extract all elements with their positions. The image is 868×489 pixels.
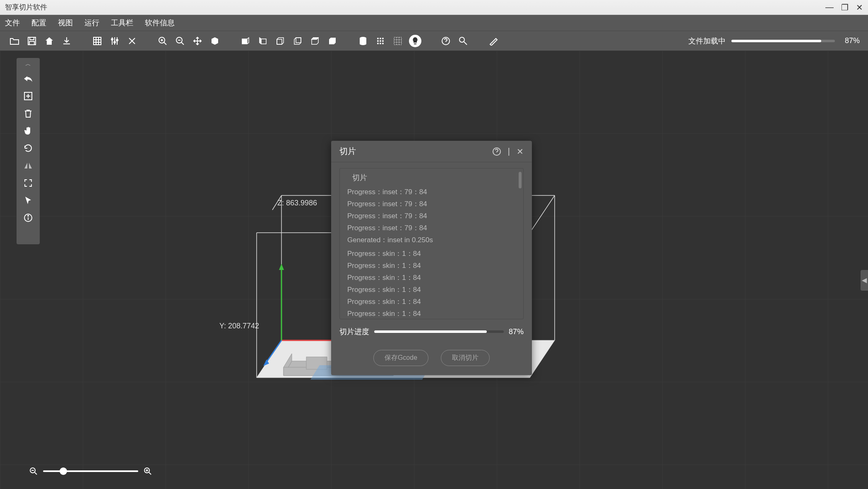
svg-line-79 bbox=[149, 472, 151, 475]
log-line: Generated：inset in 0.250s bbox=[347, 234, 516, 246]
loading-progress-bar bbox=[731, 40, 835, 42]
cylinder-icon[interactable] bbox=[357, 35, 369, 47]
undo-icon[interactable] bbox=[22, 72, 35, 85]
dialog-separator: | bbox=[508, 147, 510, 156]
svg-point-45 bbox=[459, 37, 464, 42]
z-axis-label: Z: 863.9986 bbox=[277, 199, 317, 207]
menu-toolbar[interactable]: 工具栏 bbox=[111, 18, 133, 28]
chevron-up-icon[interactable]: ︿ bbox=[25, 60, 31, 68]
menu-bar: 文件 配置 视图 运行 工具栏 软件信息 bbox=[0, 15, 868, 31]
log-line: Progress：skin：1：84 bbox=[347, 284, 516, 296]
menu-about[interactable]: 软件信息 bbox=[145, 18, 175, 28]
svg-line-76 bbox=[35, 472, 37, 475]
grid-icon[interactable] bbox=[91, 35, 103, 47]
svg-point-52 bbox=[28, 215, 29, 216]
log-line: Progress：skin：1：84 bbox=[347, 272, 516, 284]
svg-point-32 bbox=[382, 38, 384, 39]
zoom-in-icon[interactable] bbox=[156, 35, 169, 47]
save-icon[interactable] bbox=[26, 35, 38, 47]
slice-log[interactable]: 切片 Progress：inset：79：84 Progress：inset：7… bbox=[339, 168, 524, 319]
repair-icon[interactable] bbox=[22, 229, 35, 242]
log-line: Progress：inset：79：84 bbox=[347, 186, 516, 198]
light-icon[interactable] bbox=[409, 35, 421, 47]
cube-fill-icon[interactable] bbox=[209, 35, 221, 47]
svg-point-35 bbox=[382, 40, 384, 42]
refresh-icon[interactable] bbox=[22, 142, 35, 155]
home-icon[interactable] bbox=[43, 35, 55, 47]
add-icon[interactable] bbox=[22, 89, 35, 103]
tools-icon[interactable] bbox=[126, 35, 138, 47]
menu-file[interactable]: 文件 bbox=[5, 18, 20, 28]
svg-rect-39 bbox=[394, 37, 402, 45]
zoom-slider[interactable] bbox=[43, 470, 138, 472]
svg-point-38 bbox=[382, 43, 384, 44]
trash-icon[interactable] bbox=[22, 107, 35, 120]
right-panel-toggle[interactable]: ◀ bbox=[861, 270, 868, 291]
slice-progress-bar bbox=[374, 330, 504, 333]
download-icon[interactable] bbox=[60, 35, 73, 47]
help-icon[interactable] bbox=[440, 35, 452, 47]
log-line: Progress：skin：1：84 bbox=[347, 248, 516, 260]
dialog-close-icon[interactable]: ✕ bbox=[517, 147, 524, 157]
maximize-button[interactable]: ❐ bbox=[841, 2, 849, 12]
view-back-icon[interactable] bbox=[291, 35, 304, 47]
move-icon[interactable] bbox=[191, 35, 204, 47]
slice-progress-label: 切片进度 bbox=[339, 327, 369, 337]
svg-rect-2 bbox=[29, 41, 34, 45]
svg-rect-3 bbox=[94, 37, 101, 45]
log-line: Progress：inset：79：84 bbox=[347, 210, 516, 222]
view-right-icon[interactable] bbox=[257, 35, 269, 47]
svg-rect-1 bbox=[30, 37, 34, 40]
svg-rect-24 bbox=[261, 39, 266, 44]
toolbar-right: 文件加载中 87% bbox=[688, 36, 860, 46]
svg-point-33 bbox=[377, 40, 379, 42]
cancel-slice-button[interactable]: 取消切片 bbox=[441, 350, 490, 366]
svg-line-46 bbox=[464, 42, 467, 45]
menu-config[interactable]: 配置 bbox=[31, 18, 46, 28]
zoom-in-small-icon[interactable] bbox=[143, 467, 152, 476]
svg-point-12 bbox=[114, 41, 115, 43]
dialog-title: 切片 bbox=[339, 146, 492, 157]
log-section-title: 切片 bbox=[347, 173, 516, 183]
view-top-icon[interactable] bbox=[309, 35, 321, 47]
left-tool-panel: ︿ bbox=[17, 58, 40, 244]
fullscreen-icon[interactable] bbox=[22, 176, 35, 190]
view-left-icon[interactable] bbox=[239, 35, 252, 47]
view-solid-icon[interactable] bbox=[326, 35, 339, 47]
title-bar: 智享切片软件 — ❐ ✕ bbox=[0, 0, 868, 15]
log-line: Progress：skin：1：84 bbox=[347, 260, 516, 272]
svg-line-15 bbox=[164, 42, 166, 45]
menu-run[interactable]: 运行 bbox=[84, 18, 99, 28]
cursor-icon[interactable] bbox=[22, 194, 35, 207]
zoom-out-small-icon[interactable] bbox=[29, 467, 38, 476]
svg-point-31 bbox=[380, 38, 381, 39]
brush-icon[interactable] bbox=[488, 35, 500, 47]
minimize-button[interactable]: — bbox=[825, 2, 834, 12]
save-gcode-button[interactable]: 保存Gcode bbox=[373, 350, 428, 366]
wireframe-grid-icon[interactable] bbox=[392, 35, 404, 47]
zoom-slider-handle[interactable] bbox=[60, 467, 67, 475]
hand-icon[interactable] bbox=[22, 124, 35, 137]
dotgrid-icon[interactable] bbox=[374, 35, 387, 47]
svg-point-11 bbox=[111, 39, 113, 40]
svg-line-19 bbox=[181, 42, 184, 45]
dialog-help-icon[interactable] bbox=[492, 147, 501, 156]
view-front-icon[interactable] bbox=[274, 35, 286, 47]
log-scrollbar[interactable] bbox=[519, 172, 522, 188]
dialog-header[interactable]: 切片 | ✕ bbox=[331, 141, 532, 162]
info-icon[interactable] bbox=[22, 211, 35, 224]
window-controls: — ❐ ✕ bbox=[825, 2, 863, 12]
open-folder-icon[interactable] bbox=[8, 35, 21, 47]
viewport-3d[interactable]: ︿ ◀ bbox=[0, 51, 868, 489]
loading-progress-percent: 87% bbox=[845, 36, 860, 45]
svg-point-36 bbox=[377, 43, 379, 44]
close-window-button[interactable]: ✕ bbox=[856, 2, 863, 12]
svg-point-13 bbox=[116, 39, 118, 41]
sliders-icon[interactable] bbox=[108, 35, 121, 47]
log-line: Progress：inset：79：84 bbox=[347, 198, 516, 210]
mirror-icon[interactable] bbox=[22, 159, 35, 172]
zoom-out-icon[interactable] bbox=[174, 35, 186, 47]
search-tool-icon[interactable] bbox=[457, 35, 469, 47]
slice-progress-percent: 87% bbox=[509, 328, 524, 336]
menu-view[interactable]: 视图 bbox=[58, 18, 73, 28]
